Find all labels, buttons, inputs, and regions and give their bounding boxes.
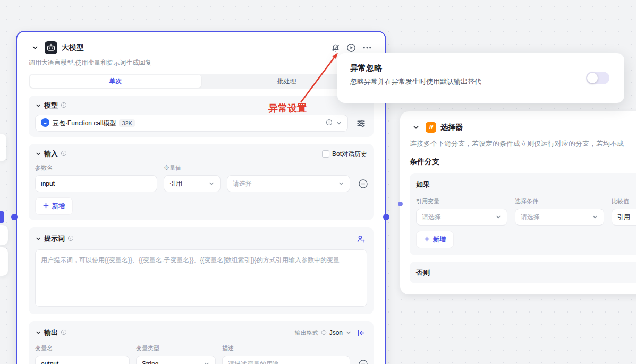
llm-node-card[interactable]: 大模型 调用大语言模型,使用变量和提示词生成回复 单次 批处理 模型 [16, 31, 386, 364]
remove-row-icon[interactable] [357, 177, 369, 190]
info-icon[interactable] [67, 234, 74, 244]
exception-popup: 异常忽略 忽略异常并在异常发生时使用默认输出替代 [337, 53, 624, 103]
chevron-down-icon [336, 120, 342, 126]
output-desc-input[interactable] [222, 356, 350, 364]
output-type-col-label: 变量类型 [136, 344, 216, 352]
output-desc-col-label: 描述 [222, 344, 350, 352]
mode-tabbar: 单次 批处理 [29, 74, 374, 89]
add-input-button[interactable]: 新增 [35, 197, 73, 215]
section-chevron-icon[interactable] [35, 151, 41, 157]
info-icon[interactable] [61, 149, 67, 159]
annotation-text: 异常设置 [268, 102, 307, 115]
chevron-down-icon [338, 180, 344, 187]
output-type-select[interactable]: String [136, 356, 216, 364]
chevron-down-icon [203, 361, 210, 364]
value-col-label: 变量值 [164, 164, 221, 172]
model-name: 豆包·Function call模型 [53, 119, 116, 128]
llm-node-input-port[interactable] [11, 214, 18, 220]
prompt-section-title: 提示词 [44, 234, 65, 244]
exception-ignore-toggle[interactable] [586, 72, 609, 84]
info-icon[interactable] [321, 328, 327, 337]
param-col-label: 参数名 [35, 164, 157, 172]
value-ref-select[interactable]: 请选择 [227, 175, 350, 192]
input-section-title: 输入 [44, 149, 58, 159]
else-label: 否则 [416, 268, 430, 276]
condition-select[interactable]: 请选择 [515, 209, 604, 226]
more-menu-icon[interactable] [361, 41, 374, 54]
offscreen-node-fragment [0, 247, 8, 276]
plus-icon [43, 203, 49, 210]
model-select[interactable]: 豆包·Function call模型 32K [35, 115, 348, 132]
chevron-down-icon [345, 330, 352, 336]
chevron-down-icon [592, 214, 598, 220]
node-subtitle: 调用大语言模型,使用变量和提示词生成回复 [29, 58, 374, 67]
exception-popup-title: 异常忽略 [350, 63, 612, 73]
input-section: 输入 Bot对话历史 参数名 变量值 引用 请选择 [29, 144, 374, 220]
if-label: 如果 [416, 180, 636, 189]
toggle-knob [587, 73, 598, 83]
else-branch-card: 否则 [410, 262, 636, 283]
condition-row: 请选择 请选择 引用 [416, 209, 636, 226]
val-col-label: 比较值 [612, 197, 636, 205]
prompt-optimize-icon[interactable] [354, 232, 367, 245]
output-format-select[interactable]: Json [329, 329, 343, 336]
selector-node-input-port[interactable] [398, 202, 403, 206]
add-condition-button[interactable]: 新增 [416, 231, 454, 248]
chevron-down-icon [495, 214, 502, 220]
doubao-logo-icon [41, 118, 49, 128]
collapse-chevron-icon[interactable] [410, 121, 422, 134]
exception-popup-desc: 忽略异常并在异常发生时使用默认输出替代 [350, 77, 612, 86]
input-param-row: 引用 请选择 [35, 175, 367, 192]
output-name-col-label: 变量名 [35, 344, 130, 352]
bot-history-label: Bot对话历史 [332, 150, 367, 159]
exception-settings-icon[interactable] [329, 41, 342, 54]
selector-node-icon: If [426, 122, 436, 133]
output-name-input[interactable] [35, 356, 130, 364]
llm-node-output-port[interactable] [383, 214, 389, 220]
prompt-textarea[interactable] [35, 249, 367, 307]
model-section-title: 模型 [44, 101, 58, 110]
info-icon[interactable] [61, 101, 67, 110]
ref-variable-select[interactable]: 请选择 [416, 209, 507, 226]
if-branch-card: 如果 引用变量 选择条件 比较值 请选择 请选择 引用 [410, 173, 636, 255]
model-settings-icon[interactable] [354, 117, 367, 129]
offscreen-node-fragment [0, 225, 8, 245]
param-name-input[interactable] [35, 175, 157, 192]
output-section-title: 输出 [44, 328, 58, 337]
llm-node-icon [45, 41, 57, 54]
section-chevron-icon[interactable] [35, 236, 41, 242]
cond-col-label: 选择条件 [515, 197, 604, 205]
selector-node-title: 选择器 [440, 123, 463, 132]
compare-value-select[interactable]: 引用 [612, 209, 636, 226]
chevron-down-icon [208, 180, 215, 187]
output-import-icon[interactable] [354, 326, 367, 339]
output-section: 输出 输出格式 Json 变量名 变量类型 描述 [29, 321, 374, 364]
info-icon[interactable] [61, 328, 67, 337]
section-chevron-icon[interactable] [35, 102, 41, 109]
output-format-label: 输出格式 [295, 329, 318, 337]
collapse-chevron-icon[interactable] [29, 41, 41, 54]
prompt-section: 提示词 [29, 227, 374, 314]
offscreen-node-fragment [0, 134, 6, 161]
selector-node-card[interactable]: If 选择器 连接多个下游分支，若设定的条件成立则仅运行对应的分支，若均不成 条… [400, 111, 636, 294]
plus-icon [424, 236, 430, 244]
output-row: String [35, 356, 367, 364]
llm-node-header: 大模型 [29, 41, 374, 54]
offscreen-node-fragment [0, 211, 4, 223]
ref-col-label: 引用变量 [416, 197, 507, 205]
section-chevron-icon[interactable] [35, 330, 41, 336]
branch-section-title: 条件分支 [410, 157, 636, 167]
remove-row-icon[interactable] [357, 358, 369, 364]
info-icon[interactable] [326, 119, 333, 127]
model-section: 模型 豆包·Function call模型 32K [29, 96, 374, 137]
selector-node-desc: 连接多个下游分支，若设定的条件成立则仅运行对应的分支，若均不成 [410, 139, 636, 149]
run-node-icon[interactable] [345, 41, 358, 54]
node-title: 大模型 [62, 43, 84, 53]
bot-history-checkbox[interactable] [322, 150, 329, 158]
tab-single[interactable]: 单次 [30, 75, 201, 88]
value-source-select[interactable]: 引用 [164, 175, 221, 192]
model-context-badge: 32K [119, 119, 135, 127]
